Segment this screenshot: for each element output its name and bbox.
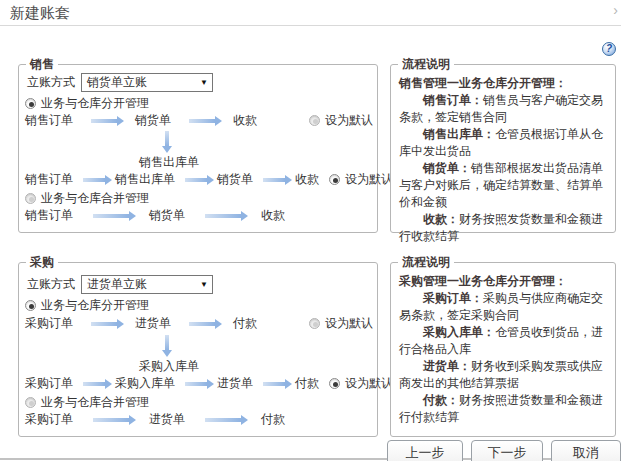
- purchase-flow1-default-radio[interactable]: [309, 318, 320, 329]
- purchase-description-panel: 流程说明 采购管理一业务仓库分开管理： 采购订单：采购员与供应商确定交易条款，签…: [390, 262, 616, 437]
- purchase-description-body: 采购管理一业务仓库分开管理： 采购订单：采购员与供应商确定交易条款，签定采购合同…: [391, 263, 615, 426]
- page-title: 新建账套: [10, 4, 70, 23]
- sales-panel: 销售 立账方式 销货单立账 ▼ 业务与仓库分开管理 销售订单 销货单 收款 设为…: [18, 64, 378, 233]
- sales-description-panel: 流程说明 销售管理一业务仓库分开管理： 销售订单：销售员与客户确定交易条款，签定…: [390, 64, 616, 233]
- sales-description-body: 销售管理一业务仓库分开管理： 销售订单：销售员与客户确定交易条款，签定销售合同 …: [391, 65, 615, 245]
- purchase-flow2-default-label: 设为默认: [345, 375, 393, 392]
- description-item: 付款：财务按照进货数量和金额进行付款结算: [399, 392, 608, 426]
- purchase-flow3-row: 采购订单 进货单 付款: [25, 411, 373, 428]
- flow-node: 付款: [261, 411, 285, 428]
- sales-flow2-default-option: 设为默认: [329, 171, 393, 188]
- sales-flow1-default-label: 设为默认: [325, 112, 373, 129]
- purchase-flow2-default-radio[interactable]: [329, 378, 340, 389]
- purchase-mode-combined-radio[interactable]: [25, 397, 36, 408]
- sales-ledger-row: 立账方式 销货单立账 ▼: [27, 73, 213, 92]
- description-item: 采购订单：采购员与供应商确定交易条款，签定采购合同: [399, 290, 608, 324]
- flow-arrow-icon: [93, 214, 129, 218]
- flow-node: 销货单: [135, 112, 171, 129]
- title-divider: [0, 25, 621, 26]
- flow-arrow-icon: [91, 322, 117, 326]
- flow-arrow-icon: [93, 418, 129, 422]
- sales-flow3-row: 销售订单 销货单 收款: [25, 207, 373, 224]
- description-item: 销售出库单：仓管员根据订单从仓库中发出货品: [399, 126, 608, 160]
- flow-arrow-icon: [185, 382, 207, 386]
- sales-mode-separate-radio[interactable]: [25, 98, 36, 109]
- sales-flow2-default-radio[interactable]: [329, 174, 340, 185]
- sales-mode-combined-label: 业务与仓库合并管理: [41, 190, 149, 207]
- flow-arrow-icon: [189, 322, 215, 326]
- help-icon[interactable]: ?: [602, 42, 616, 56]
- flow-arrow-icon: [185, 178, 207, 182]
- purchase-description-legend: 流程说明: [398, 254, 454, 271]
- purchase-mode-separate-option: 业务与仓库分开管理: [25, 297, 149, 314]
- sales-ledger-select[interactable]: 销货单立账 ▼: [81, 73, 213, 92]
- purchase-flow1-default-option: 设为默认: [309, 315, 373, 332]
- purchase-mode-separate-label: 业务与仓库分开管理: [41, 297, 149, 314]
- flow-node: 销货单: [149, 207, 185, 224]
- flow-node: 收款: [233, 112, 257, 129]
- purchase-mode-separate-radio[interactable]: [25, 300, 36, 311]
- purchase-ledger-label: 立账方式: [27, 276, 75, 293]
- flow-node: 采购入库单: [115, 375, 175, 392]
- purchase-ledger-select[interactable]: 进货单立账 ▼: [81, 275, 213, 294]
- flow-node: 进货单: [135, 315, 171, 332]
- sales-mode-separate-option: 业务与仓库分开管理: [25, 95, 149, 112]
- chevron-right-icon[interactable]: ›: [613, 2, 618, 18]
- flow-node: 销货单: [217, 171, 253, 188]
- purchase-branch-label: 采购入库单: [139, 358, 199, 375]
- sales-flow2-row: 销售订单 销售出库单 销货单 收款 设为默认: [25, 171, 373, 188]
- sales-mode-combined-radio[interactable]: [25, 193, 36, 204]
- flow-arrow-icon: [263, 382, 285, 386]
- sales-description-legend: 流程说明: [398, 56, 454, 73]
- sales-ledger-select-value: 销货单立账: [87, 74, 147, 91]
- purchase-ledger-select-value: 进货单立账: [87, 276, 147, 293]
- purchase-panel-legend: 采购: [26, 254, 58, 271]
- purchase-flow1-default-label: 设为默认: [325, 315, 373, 332]
- purchase-flow1-row: 采购订单 进货单 付款 设为默认: [25, 315, 373, 332]
- flow-node: 进货单: [149, 411, 185, 428]
- purchase-ledger-row: 立账方式 进货单立账 ▼: [27, 275, 213, 294]
- purchase-flow2-row: 采购订单 采购入库单 进货单 付款 设为默认: [25, 375, 373, 392]
- flow-node: 付款: [233, 315, 257, 332]
- sales-flow1-row: 销售订单 销货单 收款 设为默认: [25, 112, 373, 129]
- flow-arrow-icon: [91, 119, 117, 123]
- description-item: 进货单：财务收到采购发票或供应商发出的其他结算票据: [399, 358, 608, 392]
- purchase-mode-combined-option: 业务与仓库合并管理: [25, 394, 149, 411]
- flow-down-arrow-icon: [165, 335, 169, 350]
- flow-arrow-icon: [189, 119, 215, 123]
- dropdown-caret-icon: ▼: [200, 78, 208, 87]
- purchase-description-title: 采购管理一业务仓库分开管理：: [399, 273, 608, 290]
- flow-node: 付款: [295, 375, 319, 392]
- next-step-button[interactable]: 下一步: [471, 440, 543, 461]
- flow-node: 销售订单: [25, 207, 73, 224]
- sales-panel-legend: 销售: [26, 56, 58, 73]
- flow-node: 收款: [295, 171, 319, 188]
- flow-down-arrow-icon: [165, 131, 169, 146]
- description-item: 采购入库单：仓管员收到货品，进行合格品入库: [399, 324, 608, 358]
- previous-step-button[interactable]: 上一步: [387, 440, 463, 461]
- sales-flow1-default-radio[interactable]: [309, 115, 320, 126]
- cancel-button[interactable]: 取消: [551, 440, 621, 461]
- sales-mode-combined-option: 业务与仓库合并管理: [25, 190, 149, 207]
- description-item: 销售订单：销售员与客户确定交易条款，签定销售合同: [399, 92, 608, 126]
- flow-arrow-icon: [205, 214, 241, 218]
- sales-flow2-default-label: 设为默认: [345, 171, 393, 188]
- description-item: 收款：财务按照发货数量和金额进行收款结算: [399, 211, 608, 245]
- flow-arrow-icon: [263, 178, 285, 182]
- flow-node: 采购订单: [25, 315, 73, 332]
- flow-node: 收款: [261, 207, 285, 224]
- flow-node: 进货单: [217, 375, 253, 392]
- flow-arrow-icon: [205, 418, 241, 422]
- wizard-button-bar: 上一步 下一步 取消: [387, 440, 621, 461]
- purchase-mode-combined-label: 业务与仓库合并管理: [41, 394, 149, 411]
- sales-description-title: 销售管理一业务仓库分开管理：: [399, 75, 608, 92]
- sales-branch-label: 销售出库单: [139, 154, 199, 171]
- purchase-flow2-default-option: 设为默认: [329, 375, 393, 392]
- description-item: 销货单：销售部根据发出货品清单与客户对账后，确定结算数量、结算单价和金额: [399, 160, 608, 211]
- flow-node: 采购订单: [25, 375, 73, 392]
- dropdown-caret-icon: ▼: [200, 280, 208, 289]
- flow-node: 销售订单: [25, 171, 73, 188]
- flow-arrow-icon: [83, 178, 105, 182]
- sales-mode-separate-label: 业务与仓库分开管理: [41, 95, 149, 112]
- flow-node: 销售出库单: [115, 171, 175, 188]
